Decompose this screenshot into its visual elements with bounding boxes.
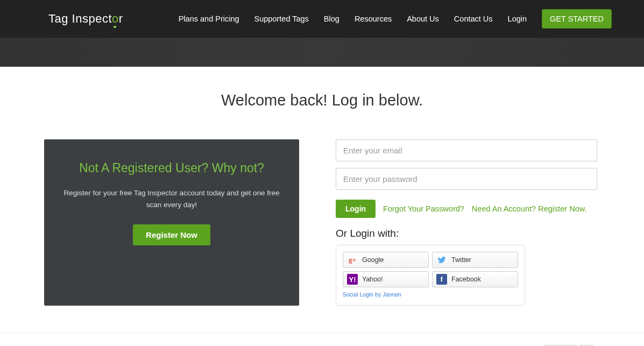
social-twitter-label: Twitter [451, 256, 471, 264]
page-title: Welcome back! Log in below. [0, 91, 644, 109]
facebook-icon: f [436, 274, 447, 285]
social-facebook-button[interactable]: f Facebook [432, 271, 518, 287]
hero-banner [0, 38, 644, 67]
login-column: Login Forgot Your Password? Need An Acco… [336, 139, 597, 306]
nav-supported-tags[interactable]: Supported Tags [254, 15, 309, 23]
register-body: Register for your free Tag Inspector acc… [58, 187, 285, 210]
register-card: Not A Registered User? Why not? Register… [44, 139, 299, 306]
main-content: Welcome back! Log in below. Not A Regist… [0, 67, 644, 333]
nav-contact[interactable]: Contact Us [454, 15, 493, 23]
social-google-label: Google [362, 256, 384, 264]
social-grid: g+ Google Twitter Y! Yahoo! f [343, 252, 518, 287]
footer: © 2015 InfoTrust, LLC. All Rights Reserv… [0, 333, 644, 346]
social-heading: Or Login with: [336, 228, 597, 239]
password-input[interactable] [336, 168, 597, 190]
nav-login[interactable]: Login [508, 15, 527, 23]
login-button[interactable]: Login [336, 200, 376, 218]
nav-about[interactable]: About Us [407, 15, 439, 23]
login-actions-row: Login Forgot Your Password? Need An Acco… [336, 200, 597, 218]
logo[interactable]: Tag Inspector [48, 12, 123, 26]
social-twitter-button[interactable]: Twitter [432, 252, 518, 268]
register-now-button[interactable]: Register Now [133, 224, 210, 245]
nav-resources[interactable]: Resources [355, 15, 392, 23]
logo-accent: o [112, 12, 119, 26]
get-started-button[interactable]: GET STARTED [542, 9, 612, 29]
twitter-icon [436, 255, 447, 265]
content-columns: Not A Registered User? Why not? Register… [0, 139, 644, 306]
social-credit-link[interactable]: Social Login by Janrain [343, 291, 401, 298]
nav-plans[interactable]: Plans and Pricing [179, 15, 239, 23]
social-facebook-label: Facebook [451, 276, 481, 283]
nav-blog[interactable]: Blog [324, 15, 339, 23]
yahoo-icon: Y! [347, 274, 358, 285]
social-google-button[interactable]: g+ Google [343, 252, 429, 268]
social-yahoo-button[interactable]: Y! Yahoo! [343, 271, 429, 287]
top-header: Tag Inspector Plans and Pricing Supporte… [0, 0, 644, 38]
email-input[interactable] [336, 139, 597, 161]
logo-text-2: r [119, 12, 123, 26]
need-account-link[interactable]: Need An Account? Register Now. [472, 204, 587, 213]
social-login-box: g+ Google Twitter Y! Yahoo! f [336, 245, 525, 306]
logo-text-1: Tag Inspect [48, 12, 112, 26]
register-heading: Not A Registered User? Why not? [58, 161, 285, 175]
main-nav: Plans and Pricing Supported Tags Blog Re… [179, 9, 612, 29]
forgot-password-link[interactable]: Forgot Your Password? [383, 204, 464, 213]
social-yahoo-label: Yahoo! [362, 276, 383, 283]
google-plus-icon: g+ [347, 255, 358, 265]
